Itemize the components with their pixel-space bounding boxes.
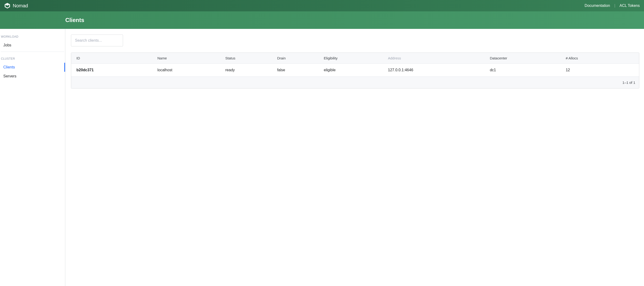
sidebar-item-jobs[interactable]: Jobs [0, 41, 65, 50]
cell-name: localhost [154, 64, 222, 77]
cell-eligibility: eligible [321, 64, 385, 77]
cell-datacenter: dc1 [487, 64, 563, 77]
clients-table: ID Name Status Drain Eligibility Address… [71, 53, 639, 89]
sidebar-section-workload: WORKLOAD [0, 33, 65, 41]
col-status[interactable]: Status [222, 53, 274, 64]
top-nav: Documentation | ACL Tokens [584, 4, 640, 8]
col-drain[interactable]: Drain [274, 53, 321, 64]
table-footer-pagination: 1–1 of 1 [71, 77, 639, 89]
sidebar-item-clients[interactable]: Clients [0, 63, 65, 72]
cell-id: b20dc371 [71, 64, 154, 77]
sidebar-divider [1, 52, 64, 52]
col-name[interactable]: Name [154, 53, 222, 64]
nav-acl-tokens[interactable]: ACL Tokens [620, 4, 640, 8]
nav-divider: | [614, 4, 615, 8]
sidebar-item-servers[interactable]: Servers [0, 72, 65, 81]
page-title: Clients [65, 17, 84, 24]
table-row[interactable]: b20dc371 localhost ready false eligible … [71, 64, 639, 77]
cell-address: 127.0.0.1:4646 [385, 64, 487, 77]
col-id[interactable]: ID [71, 53, 154, 64]
cell-status: ready [222, 64, 274, 77]
table-header-row: ID Name Status Drain Eligibility Address… [71, 53, 639, 64]
sidebar: WORKLOAD Jobs CLUSTER Clients Servers [0, 29, 65, 286]
col-eligibility[interactable]: Eligibility [321, 53, 385, 64]
brand-name: Nomad [13, 3, 28, 9]
nav-documentation[interactable]: Documentation [584, 4, 610, 8]
cell-allocs: 12 [563, 64, 639, 77]
topbar: Nomad Documentation | ACL Tokens [0, 0, 644, 11]
nomad-logo-icon [4, 3, 10, 9]
page-header: Clients [0, 11, 644, 29]
cell-drain: false [274, 64, 321, 77]
search-input[interactable] [71, 35, 123, 46]
brand[interactable]: Nomad [4, 3, 28, 9]
main-content: ID Name Status Drain Eligibility Address… [65, 29, 644, 286]
col-allocs[interactable]: # Allocs [563, 53, 639, 64]
sidebar-section-cluster: CLUSTER [0, 55, 65, 63]
col-datacenter[interactable]: Datacenter [487, 53, 563, 64]
col-address[interactable]: Address [385, 53, 487, 64]
